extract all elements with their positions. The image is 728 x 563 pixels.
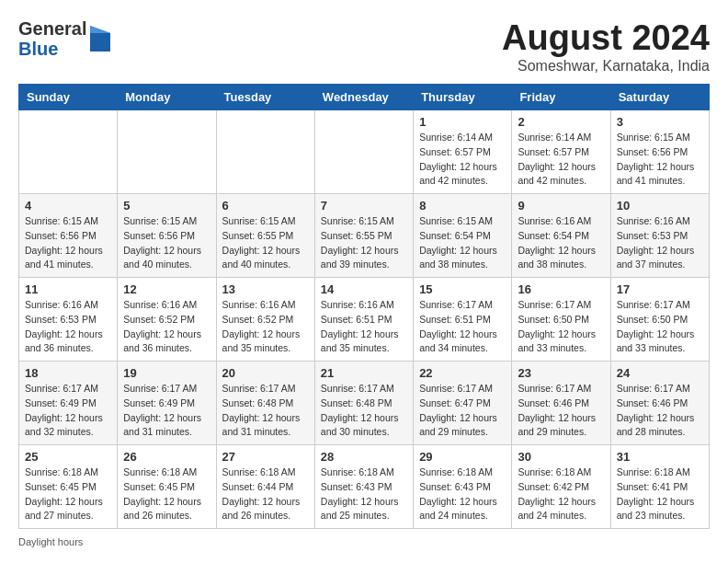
day-number: 26 bbox=[123, 450, 210, 464]
calendar-cell: 9Sunrise: 6:16 AM Sunset: 6:54 PM Daylig… bbox=[512, 194, 610, 278]
calendar-cell: 13Sunrise: 6:16 AM Sunset: 6:52 PM Dayli… bbox=[216, 278, 314, 362]
day-info: Sunrise: 6:14 AM Sunset: 6:57 PM Dayligh… bbox=[419, 131, 506, 189]
calendar-week-row: 1Sunrise: 6:14 AM Sunset: 6:57 PM Daylig… bbox=[19, 110, 710, 194]
day-info: Sunrise: 6:15 AM Sunset: 6:56 PM Dayligh… bbox=[25, 214, 111, 272]
day-info: Sunrise: 6:17 AM Sunset: 6:48 PM Dayligh… bbox=[321, 382, 407, 440]
day-info: Sunrise: 6:18 AM Sunset: 6:44 PM Dayligh… bbox=[222, 465, 309, 523]
calendar-week-row: 4Sunrise: 6:15 AM Sunset: 6:56 PM Daylig… bbox=[19, 194, 710, 278]
day-number: 28 bbox=[321, 450, 407, 464]
calendar-cell: 19Sunrise: 6:17 AM Sunset: 6:49 PM Dayli… bbox=[118, 362, 216, 445]
day-info: Sunrise: 6:17 AM Sunset: 6:49 PM Dayligh… bbox=[25, 382, 111, 440]
logo: General Blue bbox=[18, 18, 110, 59]
day-number: 16 bbox=[518, 282, 604, 296]
calendar-cell: 2Sunrise: 6:14 AM Sunset: 6:57 PM Daylig… bbox=[512, 110, 610, 194]
day-number: 31 bbox=[617, 450, 703, 464]
day-info: Sunrise: 6:16 AM Sunset: 6:53 PM Dayligh… bbox=[25, 298, 111, 356]
calendar-cell: 14Sunrise: 6:16 AM Sunset: 6:51 PM Dayli… bbox=[314, 278, 413, 362]
calendar-cell: 3Sunrise: 6:15 AM Sunset: 6:56 PM Daylig… bbox=[610, 110, 709, 194]
day-info: Sunrise: 6:15 AM Sunset: 6:55 PM Dayligh… bbox=[321, 214, 407, 272]
calendar-cell: 11Sunrise: 6:16 AM Sunset: 6:53 PM Dayli… bbox=[19, 278, 118, 362]
logo-icon bbox=[90, 26, 110, 52]
day-number: 22 bbox=[419, 366, 506, 380]
day-info: Sunrise: 6:18 AM Sunset: 6:45 PM Dayligh… bbox=[25, 465, 111, 523]
calendar-cell: 18Sunrise: 6:17 AM Sunset: 6:49 PM Dayli… bbox=[19, 362, 118, 445]
day-info: Sunrise: 6:18 AM Sunset: 6:43 PM Dayligh… bbox=[321, 465, 407, 523]
day-info: Sunrise: 6:17 AM Sunset: 6:49 PM Dayligh… bbox=[123, 382, 210, 440]
calendar-header-monday: Monday bbox=[118, 85, 216, 110]
title-area: August 2024 Someshwar, Karnataka, India bbox=[502, 18, 710, 75]
day-number: 10 bbox=[617, 199, 703, 213]
day-number: 6 bbox=[222, 199, 309, 213]
day-number: 20 bbox=[222, 366, 309, 380]
calendar-cell bbox=[19, 110, 118, 194]
location-title: Someshwar, Karnataka, India bbox=[502, 58, 710, 75]
calendar-cell: 28Sunrise: 6:18 AM Sunset: 6:43 PM Dayli… bbox=[314, 445, 413, 529]
calendar-header-sunday: Sunday bbox=[19, 85, 118, 110]
calendar-cell: 24Sunrise: 6:17 AM Sunset: 6:46 PM Dayli… bbox=[610, 362, 709, 445]
day-number: 11 bbox=[25, 282, 111, 296]
day-info: Sunrise: 6:14 AM Sunset: 6:57 PM Dayligh… bbox=[518, 131, 604, 189]
day-number: 30 bbox=[518, 450, 604, 464]
day-number: 27 bbox=[222, 450, 309, 464]
day-info: Sunrise: 6:18 AM Sunset: 6:45 PM Dayligh… bbox=[123, 465, 210, 523]
day-info: Sunrise: 6:16 AM Sunset: 6:52 PM Dayligh… bbox=[123, 298, 210, 356]
day-info: Sunrise: 6:17 AM Sunset: 6:50 PM Dayligh… bbox=[518, 298, 604, 356]
calendar-cell: 7Sunrise: 6:15 AM Sunset: 6:55 PM Daylig… bbox=[314, 194, 413, 278]
day-number: 19 bbox=[123, 366, 210, 380]
day-number: 15 bbox=[419, 282, 506, 296]
day-number: 17 bbox=[617, 282, 703, 296]
calendar-cell: 6Sunrise: 6:15 AM Sunset: 6:55 PM Daylig… bbox=[216, 194, 314, 278]
day-number: 24 bbox=[617, 366, 703, 380]
calendar-cell: 15Sunrise: 6:17 AM Sunset: 6:51 PM Dayli… bbox=[414, 278, 512, 362]
calendar-cell: 20Sunrise: 6:17 AM Sunset: 6:48 PM Dayli… bbox=[216, 362, 314, 445]
day-number: 21 bbox=[321, 366, 407, 380]
calendar-header-friday: Friday bbox=[512, 85, 610, 110]
calendar-cell: 30Sunrise: 6:18 AM Sunset: 6:42 PM Dayli… bbox=[512, 445, 610, 529]
day-info: Sunrise: 6:17 AM Sunset: 6:47 PM Dayligh… bbox=[419, 382, 506, 440]
day-number: 14 bbox=[321, 282, 407, 296]
calendar-cell: 26Sunrise: 6:18 AM Sunset: 6:45 PM Dayli… bbox=[118, 445, 216, 529]
day-info: Sunrise: 6:15 AM Sunset: 6:55 PM Dayligh… bbox=[222, 214, 309, 272]
calendar-header-saturday: Saturday bbox=[610, 85, 709, 110]
calendar-cell: 10Sunrise: 6:16 AM Sunset: 6:53 PM Dayli… bbox=[610, 194, 709, 278]
calendar-header-row: SundayMondayTuesdayWednesdayThursdayFrid… bbox=[19, 85, 710, 110]
day-number: 23 bbox=[518, 366, 604, 380]
day-number: 29 bbox=[419, 450, 506, 464]
calendar-cell: 25Sunrise: 6:18 AM Sunset: 6:45 PM Dayli… bbox=[19, 445, 118, 529]
calendar-table: SundayMondayTuesdayWednesdayThursdayFrid… bbox=[18, 84, 710, 529]
calendar-cell: 31Sunrise: 6:18 AM Sunset: 6:41 PM Dayli… bbox=[610, 445, 709, 529]
day-info: Sunrise: 6:18 AM Sunset: 6:43 PM Dayligh… bbox=[419, 465, 506, 523]
day-info: Sunrise: 6:16 AM Sunset: 6:51 PM Dayligh… bbox=[321, 298, 407, 356]
day-number: 8 bbox=[419, 199, 506, 213]
logo-blue: Blue bbox=[18, 39, 86, 59]
calendar-header-tuesday: Tuesday bbox=[216, 85, 314, 110]
day-number: 25 bbox=[25, 450, 111, 464]
day-info: Sunrise: 6:18 AM Sunset: 6:42 PM Dayligh… bbox=[518, 465, 604, 523]
calendar-cell bbox=[118, 110, 216, 194]
day-info: Sunrise: 6:16 AM Sunset: 6:52 PM Dayligh… bbox=[222, 298, 309, 356]
day-info: Sunrise: 6:17 AM Sunset: 6:51 PM Dayligh… bbox=[419, 298, 506, 356]
calendar-cell: 23Sunrise: 6:17 AM Sunset: 6:46 PM Dayli… bbox=[512, 362, 610, 445]
day-number: 2 bbox=[518, 115, 604, 129]
day-number: 3 bbox=[617, 115, 703, 129]
day-info: Sunrise: 6:16 AM Sunset: 6:54 PM Dayligh… bbox=[518, 214, 604, 272]
logo-general: General bbox=[18, 18, 86, 39]
day-info: Sunrise: 6:15 AM Sunset: 6:54 PM Dayligh… bbox=[419, 214, 506, 272]
svg-marker-1 bbox=[90, 26, 110, 33]
calendar-cell: 22Sunrise: 6:17 AM Sunset: 6:47 PM Dayli… bbox=[414, 362, 512, 445]
calendar-header-thursday: Thursday bbox=[414, 85, 512, 110]
calendar-cell: 16Sunrise: 6:17 AM Sunset: 6:50 PM Dayli… bbox=[512, 278, 610, 362]
calendar-cell bbox=[216, 110, 314, 194]
calendar-week-row: 18Sunrise: 6:17 AM Sunset: 6:49 PM Dayli… bbox=[19, 362, 710, 445]
day-info: Sunrise: 6:15 AM Sunset: 6:56 PM Dayligh… bbox=[123, 214, 210, 272]
day-number: 18 bbox=[25, 366, 111, 380]
calendar-header-wednesday: Wednesday bbox=[314, 85, 413, 110]
day-info: Sunrise: 6:17 AM Sunset: 6:46 PM Dayligh… bbox=[518, 382, 604, 440]
day-number: 9 bbox=[518, 199, 604, 213]
calendar-cell: 12Sunrise: 6:16 AM Sunset: 6:52 PM Dayli… bbox=[118, 278, 216, 362]
day-info: Sunrise: 6:15 AM Sunset: 6:56 PM Dayligh… bbox=[617, 131, 703, 189]
calendar-cell: 17Sunrise: 6:17 AM Sunset: 6:50 PM Dayli… bbox=[610, 278, 709, 362]
day-number: 7 bbox=[321, 199, 407, 213]
calendar-week-row: 25Sunrise: 6:18 AM Sunset: 6:45 PM Dayli… bbox=[19, 445, 710, 529]
calendar-week-row: 11Sunrise: 6:16 AM Sunset: 6:53 PM Dayli… bbox=[19, 278, 710, 362]
